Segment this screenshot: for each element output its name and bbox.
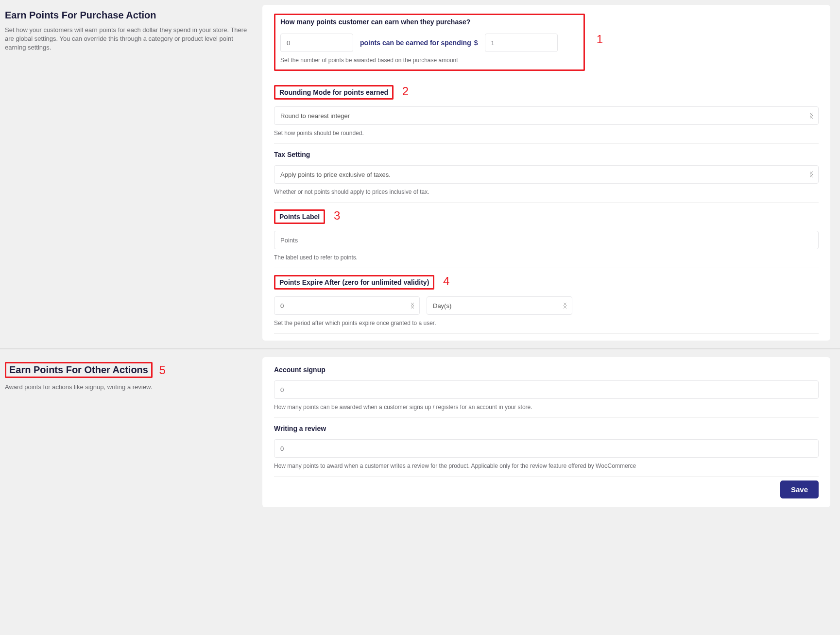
annotation-box-4: Points Expire After (zero for unlimited … [274, 275, 434, 290]
label-title: Points Label [279, 213, 320, 221]
annotation-box-1: 1 How many points customer can earn when… [274, 14, 585, 71]
rounding-help: Set how points should be rounded. [274, 130, 819, 137]
points-label-input[interactable] [274, 231, 819, 249]
annotation-box-5: Earn Points For Other Actions 5 [5, 362, 153, 378]
rounding-select[interactable]: Round to nearest integer [274, 106, 819, 125]
review-title: Writing a review [274, 425, 326, 432]
rounding-title: Rounding Mode for points earned [279, 88, 388, 96]
label-help: The label used to refer to points. [274, 254, 819, 261]
annotation-number-3: 3 [334, 209, 340, 223]
how-many-help: Set the number of points be awarded base… [280, 57, 579, 64]
annotation-box-3: Points Label 3 [274, 209, 325, 224]
expire-help: Set the period after which points expire… [274, 320, 819, 326]
spend-amount-input[interactable] [485, 34, 558, 52]
points-spend-label: points can be earned for spending$ [360, 39, 478, 47]
signup-title: Account signup [274, 366, 326, 374]
other-heading: Earn Points For Other Actions [9, 364, 148, 376]
annotation-number-2: 2 [402, 85, 409, 98]
tax-title: Tax Setting [274, 151, 310, 158]
points-earned-input[interactable] [280, 34, 353, 52]
review-help: How many points to award when a customer… [274, 463, 819, 469]
signup-help: How many points can be awarded when a cu… [274, 404, 819, 411]
annotation-number-1: 1 [597, 33, 603, 46]
tax-select[interactable]: Apply points to price exclusive of taxes… [274, 165, 819, 184]
other-desc: Award points for actions like signup, wr… [5, 383, 248, 392]
purchase-desc: Set how your customers will earn points … [5, 26, 248, 52]
save-button[interactable]: Save [780, 481, 819, 498]
purchase-heading: Earn Points For Purchase Action [5, 10, 248, 21]
how-many-title: How many points customer can earn when t… [280, 18, 470, 26]
expire-title: Points Expire After (zero for unlimited … [279, 278, 429, 286]
tax-help: Whether or not points should apply to pr… [274, 189, 819, 195]
annotation-box-2: Rounding Mode for points earned 2 [274, 85, 394, 100]
expire-unit-select[interactable]: Day(s) [427, 296, 572, 315]
review-points-input[interactable] [274, 439, 819, 458]
annotation-number-5: 5 [159, 363, 166, 377]
expire-amount-select[interactable]: 0 [274, 296, 420, 315]
annotation-number-4: 4 [443, 275, 449, 288]
signup-points-input[interactable] [274, 380, 819, 399]
section-divider [0, 348, 840, 349]
